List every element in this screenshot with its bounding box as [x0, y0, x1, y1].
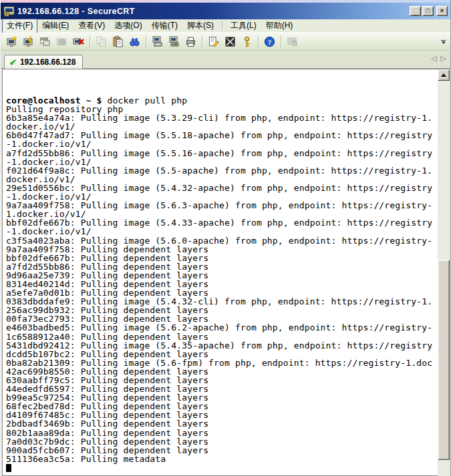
menu-separator	[222, 21, 222, 31]
quick-connect-icon	[23, 36, 34, 47]
toolbar-separator	[258, 35, 259, 48]
menu-file[interactable]: 文件(F)	[2, 19, 37, 33]
terminal-output: Pulling repository php 6b3a85e4a74a: Pul…	[6, 105, 438, 463]
menu-help[interactable]: 帮助(H)	[261, 19, 298, 33]
menu-edit[interactable]: 编辑(E)	[37, 19, 73, 33]
global-options-button[interactable]	[222, 34, 239, 50]
help-icon: ?	[264, 36, 275, 47]
reconnect-button	[53, 34, 70, 50]
titlebar[interactable]: 192.168.66.128 - SecureCRT _ □ ×	[1, 3, 450, 19]
tab-label: 192.168.66.128	[20, 57, 76, 67]
menu-view[interactable]: 查看(V)	[73, 19, 110, 33]
svg-text:?: ?	[268, 38, 272, 46]
help-button[interactable]: ?	[261, 34, 278, 50]
key-agent-button[interactable]	[239, 34, 255, 50]
terminal-cursor	[6, 464, 11, 472]
session-options-button[interactable]	[205, 34, 222, 50]
menu-tools[interactable]: 工具(L)	[226, 19, 261, 33]
connect-dialog-icon	[6, 36, 17, 47]
print-screen-button[interactable]	[149, 34, 166, 50]
global-options-icon	[224, 36, 236, 47]
print-button[interactable]	[182, 34, 199, 50]
scrollbar-track[interactable]	[438, 81, 450, 476]
secure-screen-icon	[287, 36, 298, 47]
connected-check-icon: ✔	[9, 57, 17, 67]
copy-icon	[96, 36, 107, 47]
print-continuous-button[interactable]	[166, 34, 182, 50]
menu-options[interactable]: 选项(O)	[110, 19, 146, 33]
scrollbar-thumb[interactable]	[438, 260, 450, 460]
toolbar-separator	[281, 35, 281, 48]
menubar: 文件(F) 编辑(E) 查看(V) 选项(O) 传输(T) 脚本(S) 工具(L…	[1, 19, 450, 33]
session-tab[interactable]: ✔ 192.168.66.128	[4, 55, 83, 69]
terminal-area: core@localhost ~ $ docker pull php Pulli…	[1, 69, 450, 476]
tab-scroll-left-icon[interactable]: ◁	[431, 54, 436, 63]
connect-dialog-button[interactable]	[3, 34, 20, 50]
print-screen-icon	[152, 36, 163, 47]
secure-screen-button	[284, 34, 301, 50]
securecrt-window: 192.168.66.128 - SecureCRT _ □ × 文件(F) 编…	[0, 0, 451, 476]
reconnect-icon	[56, 36, 67, 47]
quick-connect-button[interactable]	[20, 34, 37, 50]
disconnect-icon	[73, 36, 84, 47]
toolbar-separator	[90, 35, 90, 48]
paste-button[interactable]	[110, 34, 126, 50]
paste-icon	[112, 36, 124, 47]
tab-scroll-right-icon[interactable]: ▷	[441, 54, 446, 63]
close-button[interactable]: ×	[436, 6, 448, 16]
terminal-screen[interactable]: core@localhost ~ $ docker pull php Pulli…	[2, 69, 438, 476]
toolbar-separator	[146, 35, 146, 48]
vertical-scrollbar[interactable]	[438, 69, 450, 476]
scroll-up-button[interactable]	[438, 69, 450, 81]
print-continuous-icon	[168, 36, 180, 47]
toolbar-separator	[202, 35, 202, 48]
session-options-icon	[208, 36, 219, 47]
window-title: 192.168.66.128 - SecureCRT	[17, 7, 410, 16]
app-icon	[3, 6, 15, 17]
printer-icon	[185, 36, 196, 47]
clone-tab-icon	[39, 36, 51, 47]
find-icon	[129, 36, 140, 47]
disconnect-button[interactable]	[70, 34, 87, 50]
key-agent-icon	[241, 36, 253, 47]
menu-script[interactable]: 脚本(S)	[182, 19, 218, 33]
menu-transfer[interactable]: 传输(T)	[147, 19, 182, 33]
toolbar-overflow-button[interactable]	[439, 35, 448, 49]
tab-strip: ✔ 192.168.66.128 ◁ ▷	[1, 51, 450, 69]
up-arrow-icon	[441, 73, 446, 77]
clone-tab-button[interactable]	[37, 34, 53, 50]
maximize-button[interactable]: □	[422, 6, 434, 16]
copy-button	[93, 34, 110, 50]
minimize-button[interactable]: _	[410, 6, 421, 16]
toolbar: ?	[1, 33, 450, 51]
find-button[interactable]	[126, 34, 143, 50]
